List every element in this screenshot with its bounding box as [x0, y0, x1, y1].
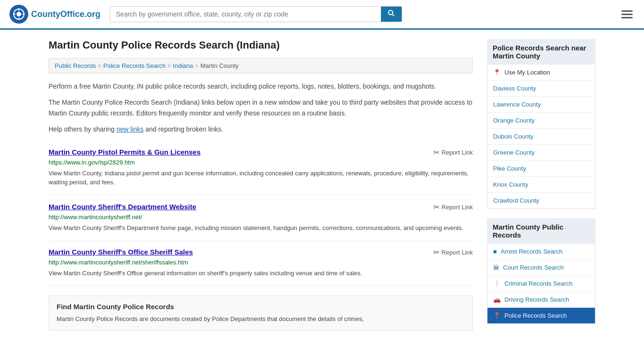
result-desc-1: View Martin County, Indiana pistol permi…: [49, 169, 473, 187]
nearby-crawford[interactable]: Crawford County: [487, 193, 595, 208]
rec-court[interactable]: 🏛 Court Records Search: [487, 260, 595, 276]
result-card-3: Martin County Sheriff's Office Sheriff S…: [49, 240, 473, 286]
result-title-1[interactable]: Martin County Pistol Permits & Gun Licen…: [49, 148, 201, 156]
location-icon: 📍: [493, 69, 501, 76]
main-wrap: Martin County Police Records Search (Ind…: [39, 30, 605, 343]
page-title: Martin County Police Records Search (Ind…: [49, 39, 473, 51]
svg-line-7: [392, 14, 394, 16]
description-2: The Martin County Police Records Search …: [49, 97, 473, 118]
public-records-title: Martin County Public Records: [487, 218, 595, 244]
result-desc-2: View Martin County Sheriff's Department …: [49, 223, 473, 233]
search-button[interactable]: [381, 7, 402, 22]
nearby-list: 📍 Use My Location Daviess County Lawrenc…: [487, 65, 595, 209]
breadcrumb: Public Records > Police Records Search >…: [49, 58, 473, 74]
result-url-2: http://www.martincountysheriff.net/: [49, 214, 473, 221]
arrest-icon: ■: [493, 248, 497, 255]
logo[interactable]: CountyOffice.org: [9, 5, 100, 24]
result-title-3[interactable]: Martin County Sheriff's Office Sheriff S…: [49, 248, 193, 256]
nearby-daviess[interactable]: Daviess County: [487, 81, 595, 97]
new-links-link[interactable]: new links: [116, 125, 144, 133]
result-url-1: https://www.in.gov/isp/2829.htm: [49, 159, 473, 166]
rec-criminal[interactable]: ❕ Criminal Records Search: [487, 276, 595, 292]
logo-text: CountyOffice.org: [31, 9, 100, 19]
report-link-1[interactable]: ✂ Report Link: [433, 148, 473, 157]
nearby-knox[interactable]: Knox County: [487, 177, 595, 193]
result-title-2[interactable]: Martin County Sheriff's Department Websi…: [49, 203, 196, 211]
site-header: CountyOffice.org: [0, 0, 644, 30]
nearby-title: Police Records Search near Martin County: [487, 39, 595, 65]
find-section-text: Martin County Police Records are documen…: [57, 314, 465, 324]
main-content: Martin County Police Records Search (Ind…: [49, 39, 473, 333]
report-icon-3: ✂: [433, 248, 439, 257]
nearby-box: Police Records Search near Martin County…: [487, 39, 595, 209]
nearby-dubois[interactable]: Dubois County: [487, 129, 595, 145]
search-input[interactable]: [110, 7, 381, 22]
result-url-3: http://www.martincountysheriff.net/sheri…: [49, 259, 473, 266]
nearby-orange[interactable]: Orange County: [487, 113, 595, 129]
result-card-2: Martin County Sheriff's Department Websi…: [49, 195, 473, 241]
hamburger-menu[interactable]: [619, 8, 635, 20]
rec-police[interactable]: 📍 Police Records Search: [487, 308, 595, 323]
nearby-greene[interactable]: Greene County: [487, 145, 595, 161]
search-bar: [110, 6, 402, 22]
police-icon: 📍: [493, 312, 501, 319]
svg-point-1: [17, 12, 21, 16]
breadcrumb-current: Martin County: [200, 62, 239, 69]
description-3: Help others by sharing new links and rep…: [49, 124, 473, 134]
nearby-pike[interactable]: Pike County: [487, 161, 595, 177]
breadcrumb-police-records-search[interactable]: Police Records Search: [103, 62, 165, 69]
public-records-box: Martin County Public Records ■ Arrest Re…: [487, 218, 595, 324]
driving-icon: 🚗: [493, 296, 501, 303]
sidebar: Police Records Search near Martin County…: [487, 39, 595, 333]
use-location-link[interactable]: 📍 Use My Location: [487, 65, 595, 80]
svg-point-6: [388, 10, 393, 15]
use-location-item[interactable]: 📍 Use My Location: [487, 65, 595, 81]
report-link-2[interactable]: ✂ Report Link: [433, 203, 473, 212]
nearby-lawrence[interactable]: Lawrence County: [487, 97, 595, 113]
description-1: Perform a free Martin County, IN public …: [49, 81, 473, 91]
public-records-list: ■ Arrest Records Search 🏛 Court Records …: [487, 244, 595, 324]
result-card-1: Martin County Pistol Permits & Gun Licen…: [49, 140, 473, 195]
report-icon-1: ✂: [433, 148, 439, 157]
criminal-icon: ❕: [493, 280, 501, 287]
logo-icon: [9, 5, 28, 24]
rec-arrest[interactable]: ■ Arrest Records Search: [487, 244, 595, 260]
breadcrumb-indiana[interactable]: Indiana: [173, 62, 193, 69]
report-icon-2: ✂: [433, 203, 439, 212]
report-link-3[interactable]: ✂ Report Link: [433, 248, 473, 257]
court-icon: 🏛: [493, 264, 499, 271]
find-section-title: Find Martin County Police Records: [57, 303, 465, 311]
find-section: Find Martin County Police Records Martin…: [49, 296, 473, 331]
result-desc-3: View Martin County Sheriff's Office gene…: [49, 269, 473, 278]
rec-driving[interactable]: 🚗 Driving Records Search: [487, 292, 595, 308]
use-location-label: Use My Location: [504, 69, 550, 76]
breadcrumb-public-records[interactable]: Public Records: [55, 62, 96, 69]
